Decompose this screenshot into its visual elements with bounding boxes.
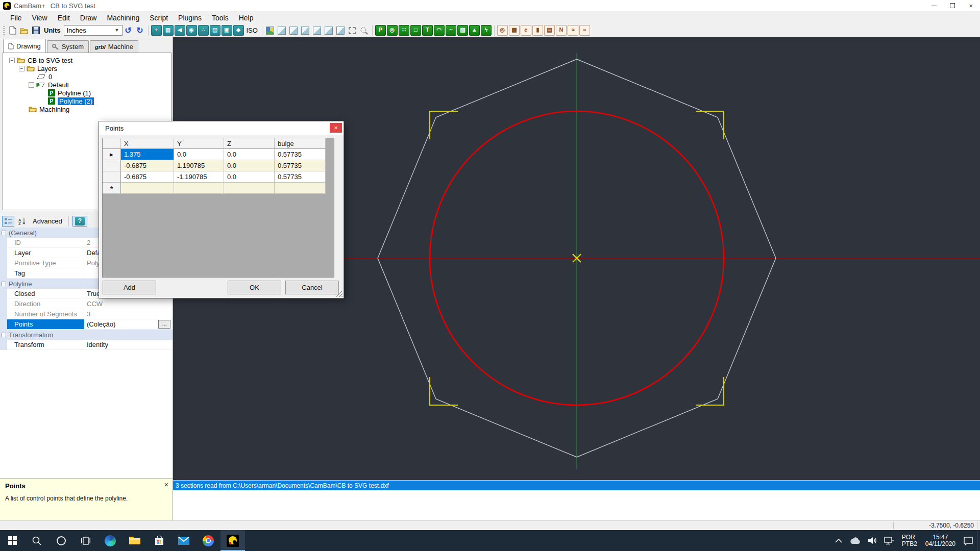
units-dropdown[interactable]: Inches ▼	[64, 25, 122, 36]
close-icon[interactable]: ×	[164, 481, 168, 489]
help-toggle-button[interactable]: ?	[72, 216, 87, 227]
edge-button[interactable]	[98, 530, 122, 551]
property-row-direction[interactable]: DirectionCCW	[0, 299, 173, 309]
cell-z-0[interactable]: 0.0	[224, 149, 275, 160]
show-cut-widths-icon[interactable]: ◉	[186, 25, 197, 36]
property-row-number-of-segments[interactable]: Number of Segments3	[0, 309, 173, 319]
draw-rectangle-icon[interactable]: □	[410, 25, 421, 36]
show-desktop-button[interactable]	[977, 530, 980, 551]
menu-tools[interactable]: Tools	[207, 14, 234, 22]
cell-y-1[interactable]: 1.190785	[174, 160, 224, 171]
show-machine-icon[interactable]: ▣	[222, 25, 232, 36]
draw-bitmap-icon[interactable]: ▲	[469, 25, 480, 36]
menu-edit[interactable]: Edit	[53, 14, 75, 22]
search-button[interactable]	[24, 530, 49, 551]
file-explorer-button[interactable]	[122, 530, 147, 551]
mop-pocket-icon[interactable]: ▩	[509, 25, 520, 36]
row-header[interactable]	[103, 160, 121, 171]
draw-circle-icon[interactable]: ◎	[387, 25, 398, 36]
property-category[interactable]: − Transformation	[0, 330, 173, 340]
cell-z-new[interactable]	[224, 183, 275, 194]
network-icon[interactable]	[880, 530, 898, 551]
cell-y-2[interactable]: -1.190785	[174, 171, 224, 183]
restore-button[interactable]	[943, 0, 962, 11]
mop-drill-icon[interactable]: ◎	[497, 25, 508, 36]
menu-file[interactable]: File	[5, 14, 27, 22]
row-header[interactable]	[103, 171, 121, 183]
minimize-button[interactable]	[925, 0, 943, 11]
cell-bulge-0[interactable]: 0.57735	[275, 149, 326, 160]
cell-z-2[interactable]: 0.0	[224, 171, 275, 183]
redo-icon[interactable]: ↻	[135, 25, 145, 36]
collection-editor-button[interactable]: ...	[158, 320, 170, 329]
view-top-icon[interactable]	[277, 25, 287, 36]
show-stock-icon[interactable]: ▤	[210, 25, 220, 36]
cell-y-0[interactable]: 0.0	[174, 149, 224, 160]
mop-engrave-icon[interactable]: e	[521, 25, 531, 36]
cell-x-0[interactable]: 1.375	[121, 149, 174, 160]
view-bottom-icon[interactable]	[288, 25, 299, 36]
menu-draw[interactable]: Draw	[75, 14, 102, 22]
dialog-title-bar[interactable]: Points ×	[99, 121, 344, 135]
cell-bulge-2[interactable]: 0.57735	[275, 171, 326, 183]
column-header-z[interactable]: Z	[224, 138, 275, 149]
zoom-icon[interactable]	[359, 25, 370, 36]
tree-item-layer-0[interactable]: 0	[3, 72, 171, 81]
cortana-button[interactable]	[49, 530, 74, 551]
mail-button[interactable]	[172, 530, 196, 551]
microsoft-store-button[interactable]	[147, 530, 172, 551]
volume-icon[interactable]	[864, 530, 880, 551]
save-icon[interactable]	[31, 25, 41, 36]
view-right-icon[interactable]	[312, 25, 323, 36]
cell-bulge-1[interactable]: 0.57735	[275, 160, 326, 171]
draw-pointlist-icon[interactable]: ∷	[399, 25, 409, 36]
tab-system[interactable]: System	[47, 40, 89, 53]
draw-spline-icon[interactable]: ~	[446, 25, 456, 36]
task-view-button[interactable]	[74, 530, 98, 551]
log-message-selected[interactable]: 3 sections read from C:\Users\arman\Docu…	[173, 481, 980, 490]
tree-item-polyline-1[interactable]: P Polyline (1)	[3, 89, 171, 97]
iso-view-button[interactable]: ISO	[247, 27, 258, 34]
add-button[interactable]: Add	[103, 281, 156, 294]
onedrive-icon[interactable]	[846, 530, 864, 551]
mop-waterline-icon[interactable]: ≈	[568, 25, 578, 36]
draw-text-icon[interactable]: T	[422, 25, 433, 36]
menu-view[interactable]: View	[27, 14, 53, 22]
new-row-indicator[interactable]: *	[103, 183, 121, 194]
current-row-indicator[interactable]: ▶	[103, 149, 121, 160]
cell-z-1[interactable]: 0.0	[224, 160, 275, 171]
cell-x-2[interactable]: -0.6875	[121, 171, 174, 183]
view-front-icon[interactable]	[324, 25, 334, 36]
column-header-y[interactable]: Y	[174, 138, 224, 149]
collapse-icon[interactable]: −	[9, 58, 15, 63]
clock[interactable]: 15:47 04/11/2020	[921, 534, 960, 547]
collapse-icon[interactable]: −	[29, 82, 34, 88]
draw-polyline-icon[interactable]: P	[375, 25, 386, 36]
ok-button[interactable]: OK	[228, 281, 281, 294]
dialog-resize-grip[interactable]	[336, 290, 342, 297]
gcode-file-icon[interactable]: N	[556, 25, 567, 36]
tree-item-machining[interactable]: Machining	[3, 105, 171, 113]
start-button[interactable]	[0, 530, 24, 551]
menu-machining[interactable]: Machining	[102, 14, 144, 22]
menu-help[interactable]: Help	[234, 14, 259, 22]
column-header-x[interactable]: X	[121, 138, 174, 149]
script-icon[interactable]: ϟ	[481, 25, 492, 36]
show-grid-icon[interactable]: ▦	[163, 25, 174, 36]
categorized-view-button[interactable]	[2, 216, 14, 227]
tree-item-polyline-2[interactable]: P Polyline (2)	[3, 97, 171, 105]
cancel-button[interactable]: Cancel	[285, 281, 339, 294]
property-row-points[interactable]: Points (Coleção) ...	[0, 319, 173, 330]
zoom-extents-icon[interactable]	[347, 25, 358, 36]
cell-x-new[interactable]	[121, 183, 174, 194]
new-file-icon[interactable]	[7, 25, 18, 36]
property-row-transform[interactable]: TransformIdentity	[0, 340, 173, 350]
tree-item-document[interactable]: − CB to SVG test	[3, 56, 171, 64]
tray-chevron-icon[interactable]	[831, 530, 846, 551]
tree-item-layers[interactable]: − Layers	[3, 64, 171, 72]
column-header-bulge[interactable]: bulge	[275, 138, 326, 149]
menu-script[interactable]: Script	[144, 14, 173, 22]
show-points-icon[interactable]: ∴	[198, 25, 209, 36]
tab-drawing[interactable]: Drawing	[3, 39, 46, 53]
show-axes-icon[interactable]: ◆	[233, 25, 244, 36]
